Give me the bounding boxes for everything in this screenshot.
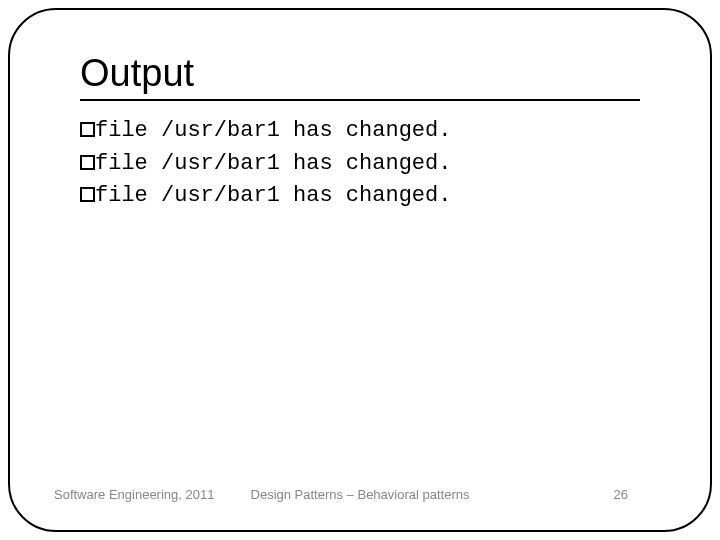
footer: Software Engineering, 2011 Design Patter… — [10, 482, 710, 502]
square-bullet-icon — [80, 122, 95, 137]
output-text: file /usr/bar1 has changed. — [95, 118, 451, 143]
slide-frame: Output file /usr/bar1 has changed. file … — [8, 8, 712, 532]
output-text: file /usr/bar1 has changed. — [95, 151, 451, 176]
square-bullet-icon — [80, 155, 95, 170]
output-block: file /usr/bar1 has changed. file /usr/ba… — [80, 115, 640, 213]
output-line: file /usr/bar1 has changed. — [80, 180, 640, 213]
output-line: file /usr/bar1 has changed. — [80, 148, 640, 181]
footer-center: Design Patterns – Behavioral patterns — [10, 487, 710, 502]
square-bullet-icon — [80, 187, 95, 202]
slide-content: Output file /usr/bar1 has changed. file … — [80, 52, 640, 213]
output-line: file /usr/bar1 has changed. — [80, 115, 640, 148]
output-text: file /usr/bar1 has changed. — [95, 183, 451, 208]
footer-page-number: 26 — [614, 487, 628, 502]
slide-title: Output — [80, 52, 640, 101]
